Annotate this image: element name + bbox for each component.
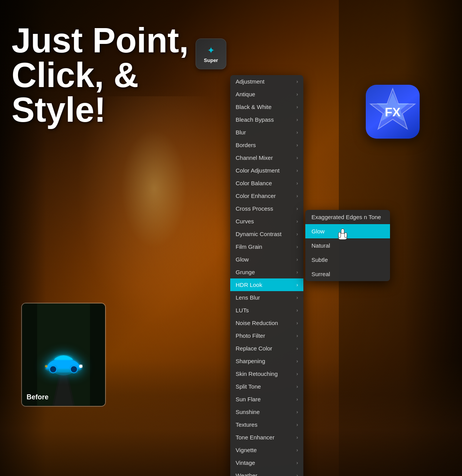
- fx-app-icon[interactable]: FX: [366, 85, 420, 139]
- before-label: Before: [27, 393, 49, 401]
- menu-chevron-icon: ›: [296, 460, 298, 466]
- menu-item-label: Channel Mixer: [236, 154, 273, 161]
- menu-item-label: Cross Process: [236, 205, 273, 212]
- menu-item-vignette[interactable]: Vignette ›: [230, 444, 303, 456]
- menu-item-label: Bleach Bypass: [236, 116, 274, 123]
- menu-item-noise-reduction[interactable]: Noise Reduction ›: [230, 317, 303, 329]
- menu-item-skin-retouching[interactable]: Skin Retouching ›: [230, 367, 303, 380]
- menu-chevron-icon: ›: [296, 193, 298, 199]
- menu-item-hdr-look[interactable]: HDR Look ›: [230, 278, 303, 291]
- menu-item-antique[interactable]: Antique ›: [230, 88, 303, 101]
- svg-text:FX: FX: [385, 105, 401, 119]
- menu-chevron-icon: ›: [296, 142, 298, 148]
- submenu-item-surreal[interactable]: Surreal: [305, 267, 390, 281]
- menu-item-borders[interactable]: Borders ›: [230, 139, 303, 151]
- menu-chevron-icon: ›: [296, 181, 298, 186]
- menu-chevron-icon: ›: [296, 473, 298, 476]
- submenu-item-label: Natural: [311, 242, 330, 249]
- menu-chevron-icon: ›: [296, 282, 298, 288]
- menu-item-label: Sun Flare: [236, 396, 261, 402]
- menu-item-sun-flare[interactable]: Sun Flare ›: [230, 393, 303, 406]
- menu-item-tone-enhancer[interactable]: Tone Enhancer ›: [230, 431, 303, 444]
- menu-chevron-icon: ›: [296, 308, 298, 313]
- main-dropdown-menu: Adjustment › Antique › Black & White › B…: [230, 75, 303, 476]
- menu-chevron-icon: ›: [296, 206, 298, 211]
- menu-item-cross-process[interactable]: Cross Process ›: [230, 202, 303, 215]
- submenu-item-label: Glow: [311, 228, 325, 235]
- svg-rect-2: [90, 303, 105, 406]
- headline-line1: Just Point,: [12, 23, 189, 58]
- menu-item-color-adjustment[interactable]: Color Adjustment ›: [230, 164, 303, 177]
- menu-chevron-icon: ›: [296, 104, 298, 110]
- before-image: [22, 303, 105, 406]
- menu-item-channel-mixer[interactable]: Channel Mixer ›: [230, 151, 303, 164]
- submenu-item-glow[interactable]: Glow: [305, 224, 390, 238]
- menu-item-label: Blur: [236, 129, 246, 136]
- menu-item-blur[interactable]: Blur ›: [230, 126, 303, 139]
- submenu-item-natural[interactable]: Natural: [305, 238, 390, 253]
- submenu-item-exaggerated-edges-n-tone[interactable]: Exaggerated Edges n Tone: [305, 210, 390, 224]
- menu-item-luts[interactable]: LUTs ›: [230, 304, 303, 317]
- menu-item-label: Sunshine: [236, 409, 260, 415]
- menu-item-lens-blur[interactable]: Lens Blur ›: [230, 291, 303, 304]
- menu-chevron-icon: ›: [296, 435, 298, 440]
- menu-item-label: Vignette: [236, 447, 257, 453]
- menu-item-label: Split Tone: [236, 383, 261, 390]
- super-label: Super: [204, 57, 218, 63]
- menu-item-film-grain[interactable]: Film Grain ›: [230, 240, 303, 253]
- menu-item-black--white[interactable]: Black & White ›: [230, 101, 303, 113]
- menu-item-textures[interactable]: Textures ›: [230, 418, 303, 431]
- menu-item-label: Textures: [236, 421, 258, 428]
- menu-item-replace-color[interactable]: Replace Color ›: [230, 342, 303, 355]
- menu-item-label: Color Balance: [236, 180, 272, 186]
- before-car: [42, 354, 85, 375]
- menu-item-label: Color Enhancer: [236, 193, 276, 199]
- menu-item-split-tone[interactable]: Split Tone ›: [230, 380, 303, 393]
- menu-chevron-icon: ›: [296, 409, 298, 415]
- menu-item-adjustment[interactable]: Adjustment ›: [230, 75, 303, 88]
- menu-item-label: Vintage: [236, 459, 255, 466]
- menu-chevron-icon: ›: [296, 257, 298, 262]
- menu-chevron-icon: ›: [296, 397, 298, 402]
- menu-item-label: Antique: [236, 91, 255, 97]
- menu-item-weather[interactable]: Weather ›: [230, 469, 303, 476]
- headline-line3: Style!: [12, 92, 189, 127]
- menu-chevron-icon: ›: [296, 320, 298, 326]
- menu-chevron-icon: ›: [296, 359, 298, 364]
- svg-point-5: [50, 366, 57, 373]
- before-thumbnail: Before: [21, 303, 106, 407]
- menu-item-label: Replace Color: [236, 345, 272, 352]
- menu-chevron-icon: ›: [296, 346, 298, 351]
- headline-line2: Click, &: [12, 58, 189, 92]
- menu-chevron-icon: ›: [296, 270, 298, 275]
- svg-point-7: [79, 365, 82, 368]
- menu-item-label: Noise Reduction: [236, 320, 278, 326]
- menu-chevron-icon: ›: [296, 371, 298, 377]
- submenu-item-subtle[interactable]: Subtle: [305, 253, 390, 267]
- super-icon: ✦: [207, 45, 215, 56]
- menu-item-sharpening[interactable]: Sharpening ›: [230, 355, 303, 367]
- menu-item-dynamic-contrast[interactable]: Dynamic Contrast ›: [230, 228, 303, 240]
- menu-item-glow[interactable]: Glow ›: [230, 253, 303, 266]
- menu-item-label: Adjustment: [236, 78, 264, 85]
- menu-item-label: Sharpening: [236, 358, 265, 364]
- menu-chevron-icon: ›: [296, 117, 298, 122]
- menu-item-label: Glow: [236, 256, 249, 263]
- menu-item-label: LUTs: [236, 307, 249, 313]
- menu-item-vintage[interactable]: Vintage ›: [230, 456, 303, 469]
- menu-item-photo-filter[interactable]: Photo Filter ›: [230, 329, 303, 342]
- menu-item-label: Dynamic Contrast: [236, 231, 281, 237]
- menu-item-label: Color Adjustment: [236, 167, 280, 174]
- headline: Just Point, Click, & Style!: [12, 23, 189, 127]
- menu-chevron-icon: ›: [296, 244, 298, 250]
- menu-item-color-balance[interactable]: Color Balance ›: [230, 177, 303, 189]
- menu-item-bleach-bypass[interactable]: Bleach Bypass ›: [230, 113, 303, 126]
- menu-item-curves[interactable]: Curves ›: [230, 215, 303, 228]
- menu-item-color-enhancer[interactable]: Color Enhancer ›: [230, 189, 303, 202]
- super-button[interactable]: ✦ Super: [196, 39, 226, 69]
- menu-item-sunshine[interactable]: Sunshine ›: [230, 406, 303, 418]
- menu-item-label: Film Grain: [236, 243, 262, 250]
- menu-item-grunge[interactable]: Grunge ›: [230, 266, 303, 278]
- menu-chevron-icon: ›: [296, 384, 298, 389]
- menu-chevron-icon: ›: [296, 92, 298, 97]
